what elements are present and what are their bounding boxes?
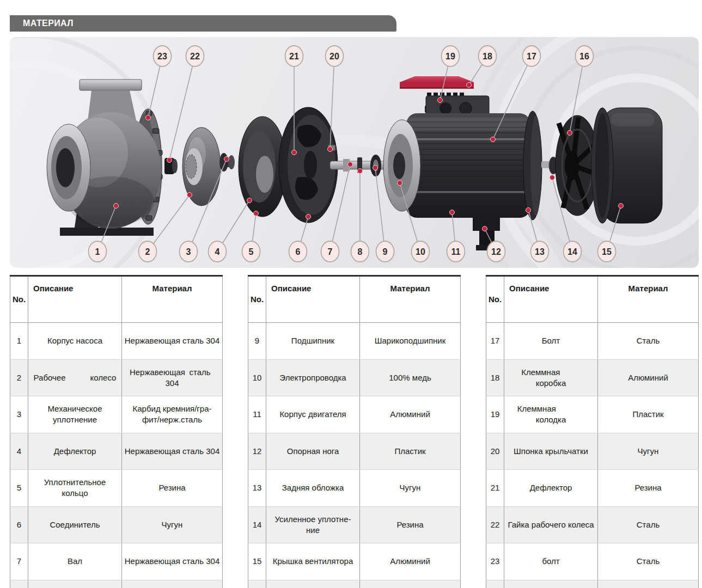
material-cell: Сталь	[598, 323, 699, 360]
description-cell: Рабочее колесо	[28, 359, 122, 396]
col-header-material: Материал	[598, 276, 699, 323]
row-number-cell: 7	[10, 543, 28, 580]
row-number-cell: 16	[248, 580, 266, 588]
row-number-cell: 2	[10, 359, 28, 396]
description-cell: Механическое уплотнение	[28, 396, 122, 433]
row-number-cell: 13	[248, 470, 266, 507]
callout-label-2: 2	[145, 247, 150, 256]
callout-dot-18	[467, 83, 472, 88]
callout-dot-12	[483, 226, 487, 231]
col-header-description: Описание	[504, 276, 598, 323]
callout-label-10: 10	[416, 247, 425, 256]
material-cell: Пластик	[360, 433, 461, 470]
material-cell: Нержавеющая сталь 304	[122, 433, 223, 470]
description-cell	[504, 580, 598, 588]
catalog-page: МАТЕРИАЛ	[0, 0, 702, 588]
col-header-description: Описание	[28, 276, 122, 323]
material-cell: Алюминий	[598, 359, 699, 396]
callout-label-17: 17	[527, 52, 536, 61]
col-header-no: No.	[248, 276, 266, 323]
description-cell: Клеммная колодка	[504, 396, 598, 433]
materials-table-1: No. Описание Материал 1Корпус насосаНерж…	[10, 275, 223, 588]
col-header-no: No.	[10, 276, 28, 323]
material-cell: Шарикоподшипник	[360, 323, 461, 360]
row-number-cell: 9	[248, 323, 266, 360]
material-cell: Пластик	[598, 396, 699, 433]
row-number-cell: 11	[248, 396, 266, 433]
description-cell: Корпус двигателя	[266, 396, 360, 433]
callout-dot-15	[619, 204, 624, 209]
table-row: 18Клеммная коробкаАлюминий	[486, 359, 699, 396]
material-cell: Резина	[122, 580, 223, 588]
description-cell: Болт	[504, 323, 598, 360]
callout-leader-line	[375, 168, 385, 252]
description-cell: Подшипник	[266, 323, 360, 360]
material-cell: Алюминий	[360, 543, 461, 580]
table-row: 20Шпонка крыльчаткиЧугун	[486, 433, 699, 470]
terminal-box-cover-illustration	[400, 76, 474, 89]
callout-dot-17	[491, 137, 496, 142]
table-header-row: No. Описание Материал	[248, 276, 461, 323]
description-cell: Усиленное уплотне- ние	[266, 506, 360, 543]
callout-dot-16	[567, 131, 572, 136]
description-cell: Шпонка крыльчатки	[504, 433, 598, 470]
description-cell: болт	[504, 543, 598, 580]
material-cell: 100% медь	[360, 359, 461, 396]
row-number-cell: 6	[10, 506, 28, 543]
table-row: 7ВалНержавеющая сталь 304	[10, 543, 223, 580]
callout-dot-19	[438, 98, 443, 103]
description-cell: Уплотнительное кольцо	[28, 470, 122, 507]
callout-label-20: 20	[329, 52, 339, 61]
materials-table-2: No. Описание Материал 9ПодшипникШарикопо…	[248, 275, 461, 588]
material-cell: Чугун	[598, 433, 699, 470]
row-number-cell: 17	[486, 323, 504, 360]
callout-dot-8	[358, 169, 363, 174]
table-row: 1Корпус насосаНержавеющая сталь 304	[10, 323, 223, 360]
callout-label-3: 3	[186, 247, 191, 256]
table-row: 3Механическое уплотнениеКарбид кремния/г…	[10, 396, 223, 433]
section-header: МАТЕРИАЛ	[10, 15, 396, 32]
materials-table-3: No. Описание Материал 17БолтСталь18Клемм…	[486, 275, 699, 588]
table-row	[486, 580, 699, 588]
pump-exploded-diagram: 1234567891011121314151617181920212223	[10, 37, 699, 268]
table-row: 5Уплотнительное кольцоРезина	[10, 470, 223, 507]
material-cell: Нержавеющая сталь 304	[122, 543, 223, 580]
callout-label-5: 5	[249, 247, 254, 256]
callout-label-13: 13	[535, 247, 545, 256]
table-row: 23болтСталь	[486, 543, 699, 580]
table-row: 2Рабочее колесоНержавеющая сталь 304	[10, 359, 223, 396]
callout-dot-4	[247, 198, 252, 203]
material-cell: Чугун	[122, 506, 223, 543]
callout-label-14: 14	[567, 247, 577, 256]
description-cell: Задняя обложка	[266, 470, 360, 507]
description-cell: Дефлектор	[504, 470, 598, 507]
material-cell: Резина	[598, 470, 699, 507]
callout-dot-7	[348, 162, 353, 167]
row-number-cell: 23	[486, 543, 504, 580]
material-cell: Карбид кремния/гра- фит/нерж.сталь	[122, 396, 223, 433]
row-number-cell: 5	[10, 470, 28, 507]
callout-dot-14	[550, 175, 555, 180]
callout-label-18: 18	[483, 52, 492, 61]
material-tables: No. Описание Материал 1Корпус насосаНерж…	[10, 275, 699, 588]
material-cell: Резина	[122, 470, 223, 507]
callout-dot-23	[146, 115, 151, 120]
callout-dot-6	[306, 215, 311, 219]
table-header-row: No. Описание Материал	[10, 276, 223, 323]
table-row: 16ВентиляторПластик	[248, 580, 461, 588]
col-header-no: No.	[486, 276, 504, 323]
table-row: 4ДефлекторНержавеющая сталь 304	[10, 433, 223, 470]
row-number-cell	[486, 580, 504, 588]
callout-label-9: 9	[383, 247, 388, 256]
material-cell: Пластик	[360, 580, 461, 588]
table-row: 22Гайка рабочего колесаСталь	[486, 506, 699, 543]
callout-label-21: 21	[289, 52, 299, 61]
callout-label-1: 1	[95, 247, 100, 256]
material-cell: Резина	[360, 506, 461, 543]
callout-dot-20	[328, 147, 333, 152]
table-row: 11Корпус двигателяАлюминий	[248, 396, 461, 433]
material-cell: Чугун	[360, 470, 461, 507]
table-row: 15Крышка вентилятораАлюминий	[248, 543, 461, 580]
material-cell: Сталь	[598, 543, 699, 580]
table-row: 12Опорная ногаПластик	[248, 433, 461, 470]
